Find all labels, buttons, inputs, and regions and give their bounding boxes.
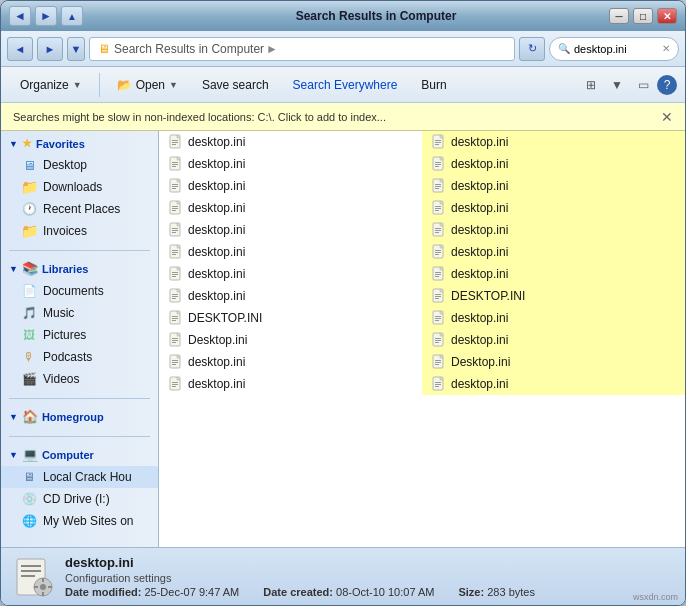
- svg-rect-22: [172, 184, 178, 185]
- file-item[interactable]: desktop.ini: [422, 263, 685, 285]
- sidebar-computer-header[interactable]: ▼ 💻 Computer: [1, 441, 158, 466]
- file-item[interactable]: desktop.ini: [159, 153, 422, 175]
- file-icon: [168, 332, 184, 348]
- music-icon: 🎵: [21, 305, 37, 321]
- info-close-button[interactable]: ✕: [661, 109, 673, 125]
- file-name: desktop.ini: [451, 179, 508, 193]
- layout-button[interactable]: ▭: [631, 73, 655, 97]
- file-name: desktop.ini: [451, 377, 508, 391]
- organize-button[interactable]: Organize ▼: [9, 71, 93, 99]
- file-item[interactable]: DESKTOP.INI: [159, 307, 422, 329]
- forward-button[interactable]: ►: [35, 6, 57, 26]
- svg-rect-108: [435, 362, 441, 363]
- svg-rect-47: [435, 228, 441, 229]
- sidebar-item-invoices[interactable]: 📁 Invoices: [1, 220, 158, 242]
- file-item[interactable]: desktop.ini: [159, 131, 422, 153]
- sidebar-cd-drive-label: CD Drive (I:): [43, 492, 110, 506]
- file-item[interactable]: desktop.ini: [159, 219, 422, 241]
- maximize-button[interactable]: □: [633, 8, 653, 24]
- file-item[interactable]: desktop.ini: [159, 263, 422, 285]
- view-icon-button[interactable]: ⊞: [579, 73, 603, 97]
- date-created-label: Date created:: [263, 586, 333, 598]
- search-icon: 🔍: [558, 43, 570, 54]
- file-item[interactable]: desktop.ini: [422, 131, 685, 153]
- svg-rect-77: [435, 294, 441, 295]
- sidebar-item-videos[interactable]: 🎬 Videos: [1, 368, 158, 390]
- file-item[interactable]: desktop.ini: [159, 285, 422, 307]
- help-button[interactable]: ?: [657, 75, 677, 95]
- file-item[interactable]: desktop.ini: [159, 241, 422, 263]
- file-item[interactable]: desktop.ini: [422, 329, 685, 351]
- search-everywhere-button[interactable]: Search Everywhere: [282, 71, 409, 99]
- back-nav-button[interactable]: ◄: [7, 37, 33, 61]
- sidebar-item-local-crack[interactable]: 🖥 Local Crack Hou: [1, 466, 158, 488]
- sidebar-item-music[interactable]: 🎵 Music: [1, 302, 158, 324]
- sidebar-item-web-sites[interactable]: 🌐 My Web Sites on: [1, 510, 158, 532]
- burn-button[interactable]: Burn: [410, 71, 457, 99]
- svg-rect-67: [435, 272, 441, 273]
- file-item[interactable]: desktop.ini: [159, 351, 422, 373]
- svg-rect-89: [435, 320, 439, 321]
- sidebar-web-sites-label: My Web Sites on: [43, 514, 133, 528]
- sidebar-divider-1: [9, 250, 150, 251]
- svg-rect-14: [172, 166, 176, 167]
- file-item[interactable]: DESKTOP.INI: [422, 285, 685, 307]
- sidebar-item-cd-drive[interactable]: 💿 CD Drive (I:): [1, 488, 158, 510]
- file-item[interactable]: desktop.ini: [422, 373, 685, 395]
- svg-rect-79: [435, 298, 439, 299]
- file-item[interactable]: desktop.ini: [422, 153, 685, 175]
- sidebar-desktop-label: Desktop: [43, 158, 87, 172]
- save-search-button[interactable]: Save search: [191, 71, 280, 99]
- file-item[interactable]: desktop.ini: [422, 307, 685, 329]
- file-item[interactable]: desktop.ini: [159, 175, 422, 197]
- file-item[interactable]: desktop.ini: [159, 197, 422, 219]
- sidebar-podcasts-label: Podcasts: [43, 350, 92, 364]
- file-item[interactable]: desktop.ini: [422, 197, 685, 219]
- sidebar-favorites-header[interactable]: ▼ ★ Favorites: [1, 131, 158, 154]
- svg-rect-88: [435, 318, 441, 319]
- sidebar-item-pictures[interactable]: 🖼 Pictures: [1, 324, 158, 346]
- open-button[interactable]: 📂 Open ▼: [106, 71, 189, 99]
- info-message[interactable]: Searches might be slow in non-indexed lo…: [13, 111, 386, 123]
- svg-rect-113: [172, 384, 178, 385]
- search-clear-icon[interactable]: ✕: [662, 43, 670, 54]
- file-item[interactable]: desktop.ini: [422, 219, 685, 241]
- date-modified-label: Date modified:: [65, 586, 141, 598]
- svg-rect-129: [34, 586, 38, 588]
- svg-rect-39: [435, 210, 439, 211]
- file-name: desktop.ini: [451, 311, 508, 325]
- local-drive-icon: 🖥: [21, 469, 37, 485]
- sidebar-item-documents[interactable]: 📄 Documents: [1, 280, 158, 302]
- sidebar-item-downloads[interactable]: 📁 Downloads: [1, 176, 158, 198]
- address-field[interactable]: 🖥 Search Results in Computer ►: [89, 37, 515, 61]
- sidebar-homegroup-header[interactable]: ▼ 🏠 Homegroup: [1, 403, 158, 428]
- svg-rect-109: [435, 364, 439, 365]
- file-item[interactable]: Desktop.ini: [159, 329, 422, 351]
- forward-nav-button[interactable]: ►: [37, 37, 63, 61]
- file-item[interactable]: desktop.ini: [159, 373, 422, 395]
- address-dropdown-button[interactable]: ▼: [67, 37, 85, 61]
- close-button[interactable]: ✕: [657, 8, 677, 24]
- file-name: desktop.ini: [188, 223, 245, 237]
- file-item[interactable]: desktop.ini: [422, 241, 685, 263]
- sidebar-item-desktop[interactable]: 🖥 Desktop: [1, 154, 158, 176]
- desktop-icon: 🖥: [21, 157, 37, 173]
- svg-rect-53: [172, 252, 178, 253]
- minimize-button[interactable]: ─: [609, 8, 629, 24]
- sidebar-item-recent-places[interactable]: 🕐 Recent Places: [1, 198, 158, 220]
- search-box[interactable]: 🔍 desktop.ini ✕: [549, 37, 679, 61]
- title-bar: ◄ ► ▲ Search Results in Computer ─ □ ✕: [1, 1, 685, 31]
- search-query-text: desktop.ini: [574, 43, 627, 55]
- view-dropdown-button[interactable]: ▼: [605, 73, 629, 97]
- refresh-button[interactable]: ↻: [519, 37, 545, 61]
- search-everywhere-label: Search Everywhere: [293, 78, 398, 92]
- file-item[interactable]: desktop.ini: [422, 175, 685, 197]
- sidebar-item-podcasts[interactable]: 🎙 Podcasts: [1, 346, 158, 368]
- up-button[interactable]: ▲: [61, 6, 83, 26]
- branding: wsxdn.com: [633, 592, 678, 602]
- back-button[interactable]: ◄: [9, 6, 31, 26]
- file-name: Desktop.ini: [188, 333, 247, 347]
- file-item[interactable]: Desktop.ini: [422, 351, 685, 373]
- sidebar-libraries-header[interactable]: ▼ 📚 Libraries: [1, 255, 158, 280]
- file-name: desktop.ini: [188, 289, 245, 303]
